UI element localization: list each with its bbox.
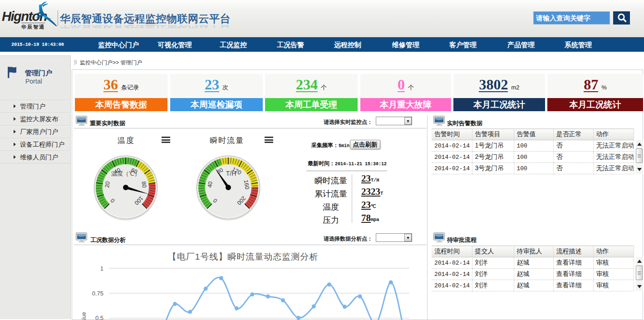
svg-text:40: 40: [206, 181, 214, 188]
svg-text:20: 20: [104, 181, 111, 188]
svg-text:value: value: [81, 312, 87, 320]
svg-text:0.5: 0.5: [95, 315, 103, 320]
svg-text:80: 80: [140, 181, 147, 188]
svg-text:1: 1: [100, 265, 103, 272]
svg-text:0.75: 0.75: [92, 290, 103, 297]
